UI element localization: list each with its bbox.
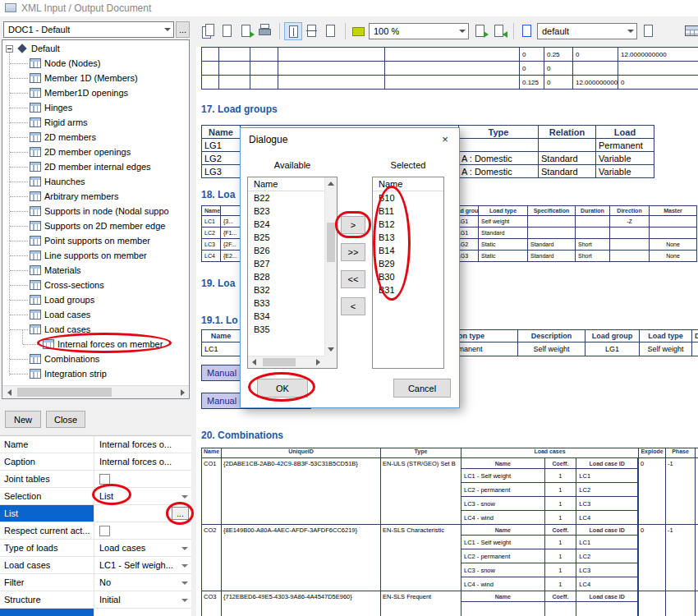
color-chip-icon[interactable] (352, 27, 365, 36)
tree-item-arbitrary-members[interactable]: Arbitrary members (30, 189, 118, 204)
cancel-button[interactable]: Cancel (393, 379, 451, 398)
style-combo[interactable]: default (537, 23, 637, 39)
new-button[interactable]: New (5, 411, 41, 428)
list-item[interactable]: B25 (248, 231, 337, 244)
tree-item-rigid-arms[interactable]: Rigid arms (30, 115, 88, 130)
selected-listbox[interactable]: Name B10 B11 B12 B13 B14 B29 B30 B31 (372, 177, 444, 369)
list-item[interactable]: B11 (373, 205, 443, 218)
list-item[interactable]: B14 (373, 244, 443, 257)
move-right-button[interactable]: > (341, 216, 365, 234)
scroll-right-icon[interactable] (176, 386, 189, 398)
chevron-down-icon[interactable] (181, 495, 188, 499)
tree-item-node[interactable]: Node (Nodes) (30, 56, 100, 71)
notebook-icon[interactable] (218, 22, 236, 40)
structure-dropdown[interactable]: Initial (94, 591, 191, 608)
close-button[interactable]: Close (46, 411, 85, 428)
tree-item-internal-forces-on-member[interactable]: Internal forces on member (43, 337, 163, 352)
ok-button[interactable]: OK (257, 379, 308, 398)
document-combo[interactable]: DOC1 - Default (3, 21, 174, 38)
table-grid-icon[interactable] (683, 22, 698, 40)
list-item[interactable]: B13 (373, 231, 443, 244)
print-icon[interactable] (256, 22, 274, 40)
scroll-down-icon[interactable] (325, 343, 337, 356)
xml-export-icon[interactable] (471, 22, 489, 40)
scroll-left-icon[interactable] (2, 386, 16, 398)
close-icon[interactable]: × (433, 130, 457, 148)
list-item[interactable]: B28 (248, 270, 337, 283)
page-plain-icon[interactable] (322, 22, 340, 40)
tree-item-point-supports[interactable]: Point supports on member (30, 233, 150, 248)
move-all-left-button[interactable]: << (341, 270, 365, 288)
tree-item-integration-strip[interactable]: Integration strip (30, 366, 107, 381)
tree-item-2d-members[interactable]: 2D members (30, 130, 96, 145)
tree-item-line-supports[interactable]: Line supports on member (30, 248, 147, 263)
joint-tables-checkbox[interactable] (99, 474, 110, 485)
chevron-down-icon[interactable] (181, 599, 188, 602)
list-item[interactable]: B12 (373, 218, 443, 231)
list-item[interactable]: B31 (373, 283, 443, 297)
chevron-down-icon[interactable] (181, 564, 188, 568)
tree-item-member1d-openings[interactable]: Member1D openings (30, 85, 128, 100)
list-item[interactable]: B27 (248, 257, 337, 270)
scrollbar-thumb[interactable] (263, 358, 296, 366)
list-item[interactable]: B10 (373, 191, 443, 205)
tree-item-materials[interactable]: Materials (30, 263, 81, 278)
list-item[interactable]: B26 (248, 244, 337, 257)
tree-horizontal-scrollbar[interactable] (2, 385, 189, 398)
scroll-right-icon[interactable] (312, 356, 324, 368)
tree-item-load-cases-2[interactable]: Load cases (30, 322, 90, 337)
chevron-down-icon[interactable] (181, 582, 188, 585)
list-item[interactable]: B35 (248, 323, 337, 336)
tree-item-2d-member-internal-edges[interactable]: 2D member internal edges (30, 159, 151, 174)
move-left-button[interactable]: < (341, 297, 365, 315)
tree-item-load-groups[interactable]: Load groups (30, 292, 94, 307)
export-icon[interactable] (237, 22, 255, 40)
list-ellipsis-button[interactable]: ... (172, 507, 189, 520)
list-item[interactable]: B30 (373, 270, 443, 283)
tree-item-supports-in-node[interactable]: Supports in node (Nodal suppo (30, 204, 169, 218)
collapse-icon[interactable] (6, 45, 13, 53)
list-item[interactable]: B22 (248, 191, 337, 205)
copy-icon[interactable] (200, 22, 218, 40)
type-of-loads-dropdown[interactable]: Load cases (94, 540, 191, 556)
prop-value[interactable]: Internal forces o... (94, 436, 191, 453)
prop-value[interactable]: Internal forces o... (94, 453, 191, 470)
chevron-down-icon[interactable] (181, 547, 188, 550)
tree-item-haunches[interactable]: Haunches (30, 174, 85, 189)
scroll-left-icon[interactable] (248, 356, 260, 368)
tree-item-load-cases-1[interactable]: Load cases (30, 307, 90, 322)
tree-item-cross-sections[interactable]: Cross-sections (30, 278, 104, 292)
scrollbar-thumb[interactable] (17, 388, 112, 397)
page-width-icon[interactable] (303, 22, 321, 40)
tree-item-combinations[interactable]: Combinations (30, 352, 99, 366)
insert-page-icon[interactable] (640, 22, 658, 40)
filter-dropdown[interactable]: No (94, 574, 191, 591)
list-item[interactable]: B33 (248, 297, 337, 310)
list-item[interactable]: B23 (248, 205, 337, 218)
horizontal-scrollbar[interactable] (248, 356, 324, 368)
list-item[interactable]: B29 (373, 257, 443, 270)
scrollbar-thumb[interactable] (327, 223, 335, 262)
style-doc-icon[interactable] (518, 22, 536, 40)
respect-current-checkbox[interactable] (99, 526, 110, 536)
scroll-up-icon[interactable] (325, 177, 337, 190)
chevron-down-icon[interactable] (624, 30, 636, 33)
available-listbox[interactable]: Name B22 B23 B24 B25 B26 B27 B28 B32 B33… (247, 177, 338, 369)
prop-label-selected-partial[interactable] (0, 609, 94, 616)
page-layout-icon[interactable] (284, 22, 302, 40)
load-cases-dropdown[interactable]: LC1 - Self weigh... (94, 557, 191, 573)
tree-root-default[interactable]: Default (6, 41, 60, 56)
zoom-combo[interactable]: 100 % (369, 23, 469, 39)
chevron-down-icon[interactable] (161, 28, 173, 31)
tree-item-supports-2d-edge[interactable]: Supports on 2D member edge (30, 218, 165, 233)
list-item[interactable]: B32 (248, 283, 337, 297)
tree-item-hinges[interactable]: Hinges (30, 100, 72, 115)
xml-update-icon[interactable] (490, 22, 508, 40)
tree-item-member1d[interactable]: Member 1D (Members) (30, 71, 138, 85)
move-all-right-button[interactable]: >> (341, 243, 365, 261)
list-item[interactable]: B24 (248, 218, 337, 231)
vertical-scrollbar[interactable] (324, 177, 337, 356)
document-more-button[interactable]: ... (176, 21, 190, 38)
chevron-down-icon[interactable] (456, 30, 468, 33)
tree-item-2d-member-openings[interactable]: 2D member openings (30, 145, 131, 159)
